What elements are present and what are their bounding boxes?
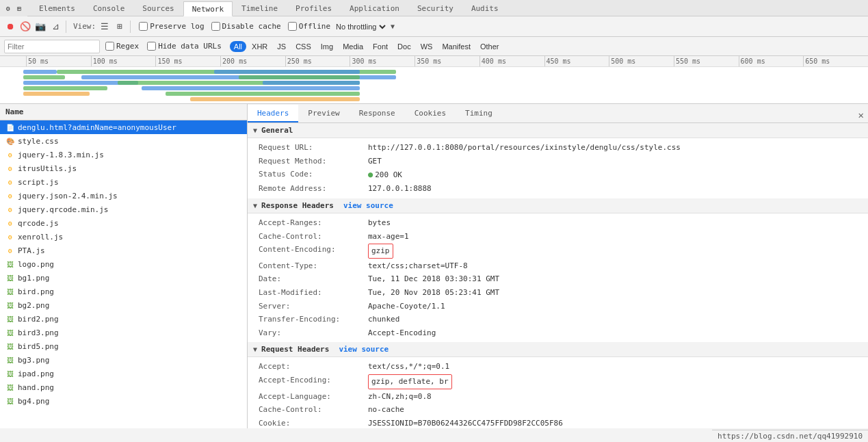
throttling-select[interactable]: No throttling <box>333 22 388 31</box>
file-list-item[interactable]: ⚙jquery.json-2.4.min.js <box>0 189 247 203</box>
offline-label[interactable]: Offline <box>288 22 330 31</box>
filter-type-js[interactable]: JS <box>273 41 290 52</box>
detail-tab-response[interactable]: Response <box>350 105 405 122</box>
req-header-field-value: text/css,*/*;q=0.1 <box>368 361 449 373</box>
request-headers-title: Request Headers <box>261 345 329 354</box>
file-list-item[interactable]: 🖼bird2.png <box>0 312 247 326</box>
file-list-item[interactable]: ⚙PTA.js <box>0 244 247 257</box>
header-field-value: bytes <box>368 217 391 229</box>
file-list-item[interactable]: 🖼bg1.png <box>0 271 247 285</box>
camera-button[interactable]: 📷 <box>34 21 47 33</box>
detail-tab-preview[interactable]: Preview <box>298 105 349 122</box>
record-button[interactable]: ⏺ <box>4 21 16 33</box>
req-header-field-value: no-cache <box>368 404 404 416</box>
preserve-log-checkbox[interactable] <box>139 22 148 31</box>
detail-tab-timing[interactable]: Timing <box>456 105 502 122</box>
file-list-item[interactable]: ⚙itrusUtils.js <box>0 161 247 175</box>
tab-elements[interactable]: Elements <box>30 1 84 16</box>
general-field-row: Request URL:http://127.0.0.1:8080/portal… <box>248 141 868 155</box>
file-list-item[interactable]: 🖼ipad.png <box>0 367 247 380</box>
tab-console[interactable]: Console <box>84 1 133 16</box>
tab-profiles[interactable]: Profiles <box>287 1 341 16</box>
request-header-row: Accept-Language:zh-CN,zh;q=0.8 <box>248 390 868 404</box>
file-list-item[interactable]: 🖼bg3.png <box>0 353 247 367</box>
general-section-header[interactable]: ▼ General <box>248 123 868 138</box>
file-list-item[interactable]: 🎨style.css <box>0 134 247 148</box>
filter-type-other[interactable]: Other <box>476 41 503 52</box>
tab-timeline[interactable]: Timeline <box>233 1 287 16</box>
field-name: Request URL: <box>259 142 368 154</box>
detail-tab-cookies[interactable]: Cookies <box>405 105 456 122</box>
file-name: jquery.qrcode.min.js <box>18 205 108 214</box>
filter-type-img[interactable]: Img <box>317 41 337 52</box>
filter-type-ws[interactable]: WS <box>417 41 437 52</box>
filter-type-xhr[interactable]: XHR <box>248 41 272 52</box>
regex-label[interactable]: Regex <box>103 40 142 52</box>
response-headers-section-header[interactable]: ▼ Response Headers view source <box>248 198 868 213</box>
tab-network[interactable]: Network <box>183 1 233 16</box>
field-name: Request Method: <box>259 155 368 168</box>
disable-cache-checkbox[interactable] <box>211 22 220 31</box>
filter-type-css[interactable]: CSS <box>291 41 315 52</box>
file-name: bg3.png <box>18 356 49 365</box>
file-list-item[interactable]: ⚙qrcode.js <box>0 216 247 230</box>
file-name: hand.png <box>18 383 54 392</box>
clear-button[interactable]: 🚫 <box>19 21 31 33</box>
css-icon: 🎨 <box>5 136 15 146</box>
file-list-item[interactable]: ⚙xenroll.js <box>0 230 247 244</box>
field-value: ●200 OK <box>368 168 402 181</box>
header-field-value: max-age=1 <box>368 231 409 243</box>
offline-checkbox[interactable] <box>288 22 297 31</box>
hide-data-urls-checkbox[interactable] <box>147 42 156 51</box>
file-list-item[interactable]: 🖼bird5.png <box>0 339 247 353</box>
regex-text: Regex <box>116 42 139 51</box>
field-value: 127.0.0.1:8888 <box>368 183 432 195</box>
file-name: jquery.json-2.4.min.js <box>18 192 118 200</box>
dock-icon[interactable]: ⊞ <box>14 3 24 13</box>
tab-audits[interactable]: Audits <box>462 1 508 16</box>
tab-security[interactable]: Security <box>408 1 462 16</box>
ruler-tick: 50 ms <box>26 56 91 66</box>
waterfall-bar <box>23 86 108 90</box>
filter-type-manifest[interactable]: Manifest <box>438 41 475 52</box>
filter-type-font[interactable]: Font <box>369 41 392 52</box>
request-headers-section-header[interactable]: ▼ Request Headers view source <box>248 342 868 357</box>
file-list-item[interactable]: 📄denglu.html?adminName=anonymousUser <box>0 120 247 134</box>
file-name: bg1.png <box>18 274 49 283</box>
general-triangle: ▼ <box>253 127 257 134</box>
file-list-item[interactable]: 🖼logo.png <box>0 257 247 271</box>
tab-sources[interactable]: Sources <box>133 1 183 16</box>
response-header-row: Date:Tue, 11 Dec 2018 03:30:31 GMT <box>248 272 868 286</box>
filter-type-all[interactable]: All <box>230 41 246 52</box>
req-header-field-value: zh-CN,zh;q=0.8 <box>368 391 432 403</box>
file-list-item[interactable]: 🖼bg2.png <box>0 298 247 312</box>
disable-cache-label[interactable]: Disable cache <box>211 22 281 31</box>
response-header-row: Server:Apache-Coyote/1.1 <box>248 300 868 313</box>
file-list-item[interactable]: 🖼bg4.png <box>0 394 247 408</box>
file-list-item[interactable]: ⚙script.js <box>0 175 247 189</box>
view-list-icon[interactable]: ☰ <box>98 21 111 33</box>
detail-tab-headers[interactable]: Headers <box>248 105 298 122</box>
devtools-icon[interactable]: ⚙ <box>3 3 13 13</box>
filter-input[interactable] <box>4 40 100 53</box>
file-list-item[interactable]: ⚙jquery-1.8.3.min.js <box>0 148 247 161</box>
request-view-source[interactable]: view source <box>339 345 389 354</box>
view-details-icon[interactable]: ⊞ <box>114 21 126 33</box>
img-icon: 🖼 <box>5 259 15 269</box>
request-header-row: Accept:text/css,*/*;q=0.1 <box>248 360 868 374</box>
close-detail-button[interactable]: ✕ <box>858 110 864 122</box>
file-list-item[interactable]: ⚙jquery.qrcode.min.js <box>0 203 247 216</box>
file-name: bg2.png <box>18 301 49 310</box>
preserve-log-label[interactable]: Preserve log <box>139 22 204 31</box>
js-icon: ⚙ <box>5 246 15 255</box>
file-list-item[interactable]: 🖼bird3.png <box>0 326 247 339</box>
tab-application[interactable]: Application <box>341 1 408 16</box>
filter-type-doc[interactable]: Doc <box>393 41 415 52</box>
response-view-source[interactable]: view source <box>343 201 393 210</box>
regex-checkbox[interactable] <box>105 42 114 51</box>
hide-data-urls-label[interactable]: Hide data URLs <box>144 40 224 52</box>
filter-icon-button[interactable]: ⊿ <box>49 21 62 33</box>
file-list-item[interactable]: 🖼hand.png <box>0 380 247 394</box>
file-list-item[interactable]: 🖼bird.png <box>0 285 247 298</box>
filter-type-media[interactable]: Media <box>339 41 367 52</box>
